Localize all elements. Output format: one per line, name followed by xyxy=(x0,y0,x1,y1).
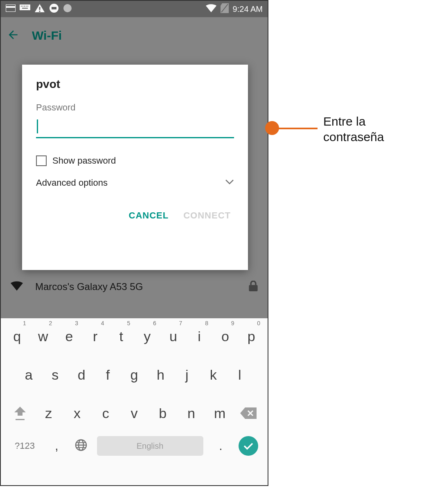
key-f[interactable]: f xyxy=(96,360,120,389)
key-t[interactable]: 5t xyxy=(109,322,133,351)
period-key[interactable]: . xyxy=(213,439,229,453)
key-z[interactable]: z xyxy=(36,398,61,428)
annotation-connector xyxy=(273,128,318,129)
svg-rect-10 xyxy=(39,11,41,12)
svg-rect-8 xyxy=(22,8,28,9)
soft-keyboard: 1q2w3e4r5t6y7u8i9o0p asdfghjkl zxcvbnm ?… xyxy=(1,318,268,485)
key-b[interactable]: b xyxy=(151,398,175,428)
enter-key[interactable] xyxy=(239,436,258,456)
wifi-password-dialog: pvot Password Show password Advanced opt… xyxy=(22,65,248,270)
key-i[interactable]: 8i xyxy=(187,322,212,351)
globe-key[interactable] xyxy=(74,439,88,453)
phone-frame: 9:24 AM Wi-Fi Marcos's Galaxy A53 5G pvo… xyxy=(0,0,268,486)
key-o[interactable]: 9o xyxy=(213,322,238,351)
key-m[interactable]: m xyxy=(207,398,232,428)
svg-rect-6 xyxy=(26,6,27,7)
app-status-icon xyxy=(49,3,59,15)
svg-point-13 xyxy=(63,4,72,12)
key-j[interactable]: j xyxy=(175,360,199,389)
password-input[interactable] xyxy=(36,119,234,138)
clock: 9:24 AM xyxy=(233,4,263,14)
keyboard-status-icon xyxy=(20,4,30,14)
key-x[interactable]: x xyxy=(65,398,89,428)
svg-rect-9 xyxy=(39,7,41,10)
status-bar: 9:24 AM xyxy=(1,1,268,17)
password-label: Password xyxy=(36,102,234,113)
no-sim-icon xyxy=(221,3,229,15)
key-w[interactable]: 2w xyxy=(31,322,55,351)
text-cursor xyxy=(37,119,38,133)
svg-rect-7 xyxy=(27,6,28,7)
dialog-network-name: pvot xyxy=(36,78,234,91)
show-password-checkbox[interactable] xyxy=(36,155,47,166)
annotation-label: Entre la contraseña xyxy=(323,114,384,144)
svg-rect-2 xyxy=(20,4,30,10)
svg-rect-1 xyxy=(6,6,16,8)
show-password-label: Show password xyxy=(52,155,116,166)
wifi-status-icon xyxy=(206,4,216,14)
cancel-button[interactable]: CANCEL xyxy=(129,210,169,221)
key-l[interactable]: l xyxy=(228,360,252,389)
warning-icon xyxy=(34,3,45,15)
advanced-options-label: Advanced options xyxy=(36,178,108,188)
key-y[interactable]: 6y xyxy=(135,322,160,351)
svg-rect-4 xyxy=(23,6,23,7)
key-a[interactable]: a xyxy=(16,360,41,389)
circle-status-icon xyxy=(63,4,72,14)
key-d[interactable]: d xyxy=(69,360,94,389)
svg-rect-12 xyxy=(52,7,56,9)
key-e[interactable]: 3e xyxy=(57,322,81,351)
spacebar-key[interactable]: English xyxy=(97,436,203,456)
key-v[interactable]: v xyxy=(122,398,146,428)
backspace-key[interactable] xyxy=(236,407,261,419)
advanced-options-row[interactable]: Advanced options xyxy=(36,178,234,188)
key-u[interactable]: 7u xyxy=(161,322,185,351)
card-icon xyxy=(6,4,16,14)
key-c[interactable]: c xyxy=(93,398,118,428)
svg-rect-3 xyxy=(21,6,22,7)
key-r[interactable]: 4r xyxy=(83,322,108,351)
key-s[interactable]: s xyxy=(43,360,68,389)
svg-rect-0 xyxy=(6,4,16,12)
show-password-row[interactable]: Show password xyxy=(36,155,234,166)
key-k[interactable]: k xyxy=(201,360,225,389)
chevron-down-icon xyxy=(225,179,234,187)
comma-key[interactable]: , xyxy=(49,439,65,453)
key-h[interactable]: h xyxy=(148,360,173,389)
svg-rect-5 xyxy=(24,6,25,7)
symbols-key[interactable]: ?123 xyxy=(11,441,39,451)
key-q[interactable]: 1q xyxy=(5,322,29,351)
shift-key[interactable] xyxy=(8,407,32,420)
key-p[interactable]: 0p xyxy=(239,322,264,351)
key-g[interactable]: g xyxy=(122,360,146,389)
key-n[interactable]: n xyxy=(179,398,203,428)
connect-button[interactable]: CONNECT xyxy=(183,210,231,221)
